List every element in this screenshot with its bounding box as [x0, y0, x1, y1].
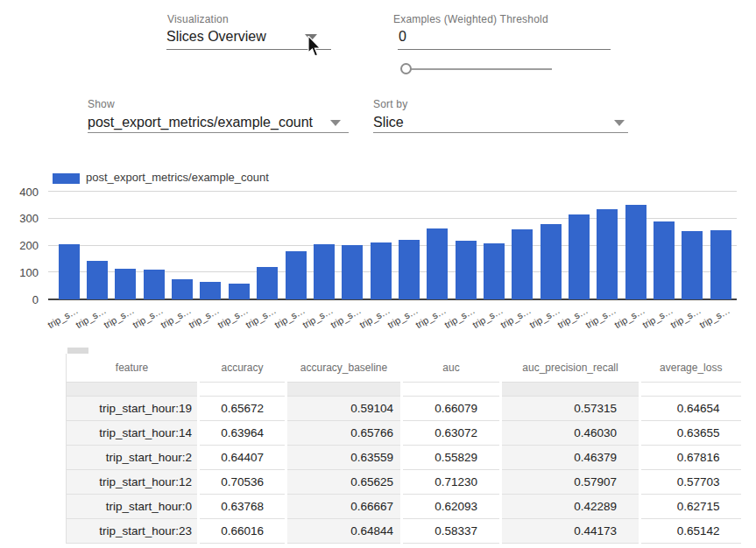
- feature-cell: trip_start_hour:23: [67, 518, 199, 543]
- column-filter-cell[interactable]: [67, 382, 199, 396]
- metric-cell: 0.64844: [286, 518, 402, 543]
- feature-cell: trip_start_hour:0: [67, 494, 199, 518]
- column-filter-cell[interactable]: [501, 382, 640, 396]
- bar-example-count[interactable]: [286, 251, 307, 299]
- metric-cell: 0.62715: [640, 494, 741, 518]
- bar-example-count[interactable]: [257, 267, 278, 299]
- column-header-accuracy[interactable]: accuracy: [199, 354, 286, 382]
- y-axis-tick-label: 200: [9, 239, 39, 252]
- column-header-auc_precision_recall[interactable]: auc_precision_recall: [501, 354, 640, 382]
- bar-example-count[interactable]: [229, 284, 250, 299]
- table-header-row: featureaccuracyaccuracy_baselineaucauc_p…: [67, 354, 741, 382]
- bar-example-count[interactable]: [342, 245, 363, 299]
- bar-example-count[interactable]: [682, 231, 703, 299]
- y-axis-tick-label: 0: [9, 293, 39, 306]
- bar-example-count[interactable]: [59, 244, 80, 299]
- metric-cell: 0.64407: [199, 445, 286, 469]
- chart-gridline: [48, 191, 737, 192]
- bar-example-count[interactable]: [456, 241, 477, 299]
- bar-example-count[interactable]: [569, 214, 590, 299]
- metric-cell: 0.66016: [199, 518, 286, 543]
- table-row[interactable]: trip_start_hour:00.637680.666670.620930.…: [67, 494, 741, 518]
- bar-example-count[interactable]: [597, 209, 618, 299]
- threshold-slider-track[interactable]: [406, 68, 552, 70]
- table-row[interactable]: trip_start_hour:140.639640.657660.630720…: [67, 420, 741, 445]
- metric-cell: 0.46379: [501, 445, 640, 469]
- metric-cell: 0.59104: [286, 396, 402, 420]
- column-header-feature[interactable]: feature: [67, 354, 199, 382]
- mouse-cursor: [307, 36, 323, 59]
- bar-example-count[interactable]: [654, 221, 675, 299]
- column-header-auc[interactable]: auc: [402, 354, 501, 382]
- metric-cell: 0.63655: [640, 420, 741, 445]
- table-row[interactable]: trip_start_hour:230.660160.648440.583370…: [67, 518, 741, 543]
- bar-example-count[interactable]: [314, 244, 335, 299]
- bar-example-count[interactable]: [371, 242, 392, 299]
- feature-cell: trip_start_hour:14: [67, 420, 199, 445]
- dropdown-arrow-icon[interactable]: [614, 120, 625, 126]
- table-filter-row: [67, 382, 741, 396]
- feature-cell: trip_start_hour:12: [67, 469, 199, 494]
- metric-cell: 0.57315: [501, 396, 640, 420]
- bar-example-count[interactable]: [427, 228, 448, 299]
- metric-cell: 0.46030: [501, 420, 640, 445]
- column-header-accuracy_baseline[interactable]: accuracy_baseline: [286, 354, 402, 382]
- metric-cell: 0.71230: [402, 469, 501, 494]
- threshold-slider-handle[interactable]: [400, 63, 412, 74]
- bar-example-count[interactable]: [87, 261, 108, 299]
- bar-example-count[interactable]: [484, 243, 505, 299]
- column-header-average_loss[interactable]: average_loss: [640, 354, 741, 382]
- bar-example-count[interactable]: [115, 269, 136, 299]
- feature-cell: trip_start_hour:19: [67, 396, 199, 420]
- table-row[interactable]: trip_start_hour:190.656720.591040.660790…: [67, 396, 741, 420]
- dropdown-arrow-icon[interactable]: [330, 120, 341, 126]
- bar-example-count[interactable]: [399, 240, 420, 299]
- column-filter-cell[interactable]: [286, 382, 402, 396]
- metric-cell: 0.70536: [199, 469, 286, 494]
- bar-example-count[interactable]: [172, 279, 193, 299]
- examples-threshold-input[interactable]: 0: [399, 29, 406, 45]
- metrics-table: featureaccuracyaccuracy_baselineaucauc_p…: [66, 354, 741, 544]
- metric-cell: 0.57703: [640, 469, 741, 494]
- sort-by-label: Sort by: [373, 98, 407, 110]
- sort-by-underline: [373, 132, 628, 133]
- bar-example-count[interactable]: [512, 229, 533, 299]
- metric-cell: 0.65142: [640, 518, 741, 543]
- examples-threshold-underline: [398, 49, 611, 50]
- examples-threshold-label: Examples (Weighted) Threshold: [393, 13, 548, 25]
- column-filter-cell[interactable]: [640, 382, 741, 396]
- sort-by-select[interactable]: Slice: [373, 115, 404, 130]
- visualization-select[interactable]: Slices Overview: [166, 29, 266, 45]
- metric-cell: 0.63559: [286, 445, 402, 469]
- slices-overview-bar-chart: post_export_metrics/example_count 400300…: [0, 162, 756, 348]
- show-underline: [88, 132, 349, 133]
- legend-swatch: [53, 173, 80, 184]
- feature-cell: trip_start_hour:2: [67, 445, 199, 469]
- metrics-table-wrap: featureaccuracyaccuracy_baselineaucauc_p…: [66, 354, 741, 544]
- metric-cell: 0.65766: [286, 420, 402, 445]
- table-corner-fragment: [67, 348, 88, 354]
- metric-cell: 0.62093: [402, 494, 501, 518]
- metric-cell: 0.55829: [402, 445, 501, 469]
- metric-cell: 0.66667: [286, 494, 402, 518]
- metric-cell: 0.66079: [402, 396, 501, 420]
- y-axis-tick-label: 400: [9, 186, 39, 199]
- metric-cell: 0.44173: [501, 518, 640, 543]
- legend-label: post_export_metrics/example_count: [86, 171, 269, 184]
- table-row[interactable]: trip_start_hour:20.644070.635590.558290.…: [67, 445, 741, 469]
- column-filter-cell[interactable]: [402, 382, 501, 396]
- bar-example-count[interactable]: [625, 205, 646, 299]
- column-filter-cell[interactable]: [199, 382, 286, 396]
- bar-example-count[interactable]: [200, 282, 221, 299]
- metric-cell: 0.57907: [501, 469, 640, 494]
- metric-cell: 0.63768: [199, 494, 286, 518]
- bar-example-count[interactable]: [541, 224, 562, 299]
- y-axis-tick-label: 100: [9, 266, 39, 279]
- bar-example-count[interactable]: [710, 230, 731, 299]
- metric-cell: 0.42289: [501, 494, 640, 518]
- table-row[interactable]: trip_start_hour:120.705360.656250.712300…: [67, 469, 741, 494]
- bar-example-count[interactable]: [144, 270, 165, 299]
- show-select[interactable]: post_export_metrics/example_count: [88, 115, 313, 130]
- metric-cell: 0.65672: [199, 396, 286, 420]
- visualization-label: Visualization: [167, 13, 229, 25]
